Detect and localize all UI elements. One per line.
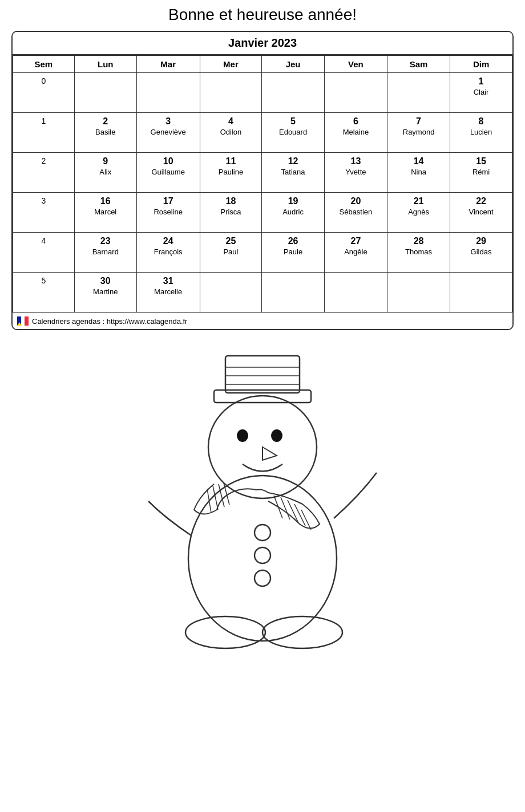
day-cell-w0-d5 — [387, 73, 450, 113]
day-cell-w0-d4 — [324, 73, 387, 113]
day-name: Sébastien — [327, 208, 385, 216]
day-name: Agnès — [390, 208, 447, 216]
snowman-svg — [131, 342, 394, 661]
day-name: Geneviève — [139, 128, 197, 136]
day-number: 17 — [139, 196, 197, 206]
day-cell-w5-d6 — [450, 273, 512, 312]
calendar-container: Janvier 2023 Sem Lun Mar Mer Jeu Ven Sam… — [11, 31, 514, 330]
day-cell-w0-d0 — [74, 73, 136, 113]
day-number: 3 — [139, 116, 197, 127]
svg-point-26 — [185, 616, 265, 648]
day-name: Alix — [77, 168, 134, 176]
day-cell-w1-d6: 8Lucien — [450, 113, 512, 153]
day-number: 7 — [390, 116, 447, 127]
day-cell-w1-d1: 3Geneviève — [136, 113, 200, 153]
day-number: 8 — [453, 116, 510, 127]
day-cell-w2-d1: 10Guillaume — [136, 153, 200, 193]
sem-cell-0: 0 — [13, 73, 75, 113]
day-cell-w5-d1: 31Marcelle — [136, 273, 200, 312]
day-name: Marcelle — [139, 287, 197, 296]
day-name: Raymond — [390, 128, 447, 136]
svg-line-19 — [281, 497, 290, 519]
day-number: 31 — [139, 276, 197, 286]
day-name: Edouard — [264, 128, 321, 136]
snowman-illustration — [11, 342, 514, 661]
day-number: 27 — [327, 236, 385, 246]
day-cell-w3-d3: 19Audric — [262, 193, 324, 233]
day-number: 2 — [77, 116, 134, 127]
day-cell-w0-d2 — [200, 73, 262, 113]
day-name: Martine — [77, 287, 134, 296]
day-cell-w3-d6: 22Vincent — [450, 193, 512, 233]
day-name: Thomas — [390, 247, 447, 256]
day-name: Prisca — [203, 208, 260, 216]
sem-cell-2: 2 — [13, 153, 75, 193]
sem-cell-5: 5 — [13, 273, 75, 312]
day-cell-w2-d3: 12Tatiana — [262, 153, 324, 193]
day-cell-w3-d5: 21Agnès — [387, 193, 450, 233]
flag-icon — [17, 316, 29, 326]
calendar-month-title: Janvier 2023 — [13, 32, 512, 55]
day-name: Lucien — [453, 128, 510, 136]
day-name: Roseline — [139, 208, 197, 216]
calendar-header-row: Sem Lun Mar Mer Jeu Ven Sam Dim — [13, 56, 512, 73]
day-name: Melaine — [327, 128, 385, 136]
day-cell-w2-d2: 11Pauline — [200, 153, 262, 193]
day-number: 4 — [203, 116, 260, 127]
svg-rect-5 — [225, 356, 300, 393]
footer-text: Calendriers agendas : https://www.calage… — [32, 317, 187, 326]
day-name: Audric — [264, 208, 321, 216]
day-number: 25 — [203, 236, 260, 246]
day-cell-w4-d6: 29Gildas — [450, 233, 512, 273]
day-number: 15 — [453, 156, 510, 167]
day-number: 23 — [77, 236, 134, 246]
day-cell-w4-d3: 26Paule — [262, 233, 324, 273]
day-number: 9 — [77, 156, 134, 167]
day-cell-w2-d4: 13Yvette — [324, 153, 387, 193]
day-cell-w4-d0: 23Barnard — [74, 233, 136, 273]
day-name: Basile — [77, 128, 134, 136]
day-name: Rémi — [453, 168, 510, 176]
day-number: 30 — [77, 276, 134, 286]
svg-rect-2 — [25, 316, 29, 326]
svg-line-14 — [207, 489, 211, 513]
day-name: Barnard — [77, 247, 134, 256]
svg-point-13 — [188, 476, 337, 641]
day-number: 18 — [203, 196, 260, 206]
svg-marker-12 — [262, 447, 277, 460]
day-name: Paul — [203, 247, 260, 256]
day-number: 21 — [390, 196, 447, 206]
calendar-table: Sem Lun Mar Mer Jeu Ven Sam Dim 01Clair1… — [13, 55, 512, 312]
day-number: 11 — [203, 156, 260, 167]
day-name: Clair — [453, 88, 510, 96]
day-name: Marcel — [77, 208, 134, 216]
day-name: Gildas — [453, 247, 510, 256]
day-cell-w1-d2: 4Odilon — [200, 113, 262, 153]
day-number: 20 — [327, 196, 385, 206]
day-number: 10 — [139, 156, 197, 167]
day-number: 28 — [390, 236, 447, 246]
day-cell-w0-d6: 1Clair — [450, 73, 512, 113]
day-number: 5 — [264, 116, 321, 127]
day-name: Nina — [390, 168, 447, 176]
day-number: 24 — [139, 236, 197, 246]
header-ven: Ven — [324, 56, 387, 73]
day-name: Angèle — [327, 247, 385, 256]
calendar-week-4: 423Barnard24François25Paul26Paule27Angèl… — [13, 233, 512, 273]
day-name: Tatiana — [264, 168, 321, 176]
svg-point-25 — [255, 570, 270, 586]
day-number: 16 — [77, 196, 134, 206]
day-cell-w2-d6: 15Rémi — [450, 153, 512, 193]
day-number: 29 — [453, 236, 510, 246]
day-cell-w3-d1: 17Roseline — [136, 193, 200, 233]
day-cell-w0-d3 — [262, 73, 324, 113]
day-name: Yvette — [327, 168, 385, 176]
day-name: François — [139, 247, 197, 256]
day-name: Paule — [264, 247, 321, 256]
day-cell-w5-d4 — [324, 273, 387, 312]
day-cell-w1-d3: 5Edouard — [262, 113, 324, 153]
day-number: 14 — [390, 156, 447, 167]
day-number: 26 — [264, 236, 321, 246]
header-mar: Mar — [136, 56, 200, 73]
calendar-week-3: 316Marcel17Roseline18Prisca19Audric20Séb… — [13, 193, 512, 233]
